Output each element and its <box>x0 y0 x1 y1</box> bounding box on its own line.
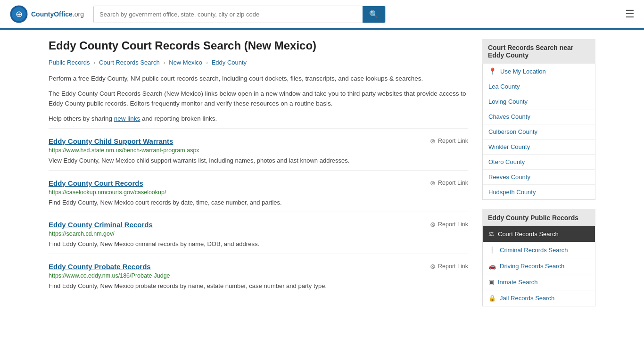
record-item: Eddy County Probate Records ⊗ Report Lin… <box>49 254 468 296</box>
intro-p1: Perform a free Eddy County, NM public co… <box>49 74 468 84</box>
list-item: Loving County <box>483 94 595 109</box>
breadcrumb-new-mexico[interactable]: New Mexico <box>169 59 202 66</box>
use-my-location-link[interactable]: 📍 Use My Location <box>483 64 595 79</box>
logo[interactable]: ⊕ CountyOffice.org <box>9 5 84 24</box>
report-icon: ⊗ <box>430 221 436 228</box>
search-input[interactable] <box>94 6 363 23</box>
list-item: Winkler County <box>483 140 595 155</box>
inmate-search-link[interactable]: ▣ Inmate Search <box>483 274 595 290</box>
record-desc: View Eddy County, New Mexico child suppo… <box>49 156 468 165</box>
sidebar: Court Records Search near Eddy County 📍 … <box>482 39 595 316</box>
record-url: https://search.cd.nm.gov/ <box>49 230 468 237</box>
driving-icon: 🚗 <box>488 263 496 270</box>
records-list: Eddy County Child Support Warrants ⊗ Rep… <box>49 128 468 295</box>
search-bar: 🔍 <box>93 6 386 23</box>
svg-text:⊕: ⊕ <box>16 9 23 19</box>
breadcrumb-court-records[interactable]: Court Records Search <box>99 59 160 66</box>
pub-rec-list: ⚖ Court Records Search ❕ Criminal Record… <box>482 226 595 306</box>
menu-button[interactable]: ☰ <box>625 8 635 20</box>
record-title[interactable]: Eddy County Probate Records <box>49 263 151 271</box>
list-item: ▣ Inmate Search <box>483 274 595 290</box>
logo-text: CountyOffice.org <box>31 10 84 18</box>
record-url: https://caselookup.nmcourts.gov/caselook… <box>49 189 468 196</box>
layout: Eddy County Court Records Search (New Me… <box>39 39 605 316</box>
hudspeth-county-link[interactable]: Hudspeth County <box>483 185 595 199</box>
criminal-records-search-link[interactable]: ❕ Criminal Records Search <box>483 242 595 258</box>
page-title: Eddy County Court Records Search (New Me… <box>49 39 468 52</box>
report-link[interactable]: ⊗ Report Link <box>430 179 468 187</box>
nearby-title: Court Records Search near Eddy County <box>482 39 595 64</box>
criminal-icon: ❕ <box>488 247 496 254</box>
record-desc: Find Eddy County, New Mexico criminal re… <box>49 239 468 249</box>
list-item: Chaves County <box>483 109 595 124</box>
court-records-search-link[interactable]: ⚖ Court Records Search <box>483 226 595 242</box>
record-desc: Find Eddy County, New Mexico court recor… <box>49 198 468 207</box>
report-link[interactable]: ⊗ Report Link <box>430 263 468 270</box>
breadcrumb-eddy-county[interactable]: Eddy County <box>212 59 247 66</box>
search-button[interactable]: 🔍 <box>363 6 385 23</box>
list-item: ❕ Criminal Records Search <box>483 242 595 258</box>
nearby-section: Court Records Search near Eddy County 📍 … <box>482 39 595 200</box>
report-link[interactable]: ⊗ Report Link <box>430 221 468 228</box>
report-link[interactable]: ⊗ Report Link <box>430 137 468 145</box>
inmate-icon: ▣ <box>488 279 494 286</box>
list-item: Otero County <box>483 155 595 170</box>
record-title[interactable]: Eddy County Court Records <box>49 179 143 187</box>
list-item: Lea County <box>483 79 595 94</box>
intro-p3: Help others by sharing new links and rep… <box>49 114 468 124</box>
driving-records-search-link[interactable]: 🚗 Driving Records Search <box>483 258 595 274</box>
breadcrumb: Public Records › Court Records Search › … <box>49 59 468 66</box>
record-item: Eddy County Child Support Warrants ⊗ Rep… <box>49 128 468 170</box>
list-item: 📍 Use My Location <box>483 64 595 79</box>
reeves-county-link[interactable]: Reeves County <box>483 170 595 184</box>
list-item: 🚗 Driving Records Search <box>483 258 595 274</box>
chaves-county-link[interactable]: Chaves County <box>483 109 595 124</box>
list-item: 🔒 Jail Records Search <box>483 290 595 306</box>
report-icon: ⊗ <box>430 137 436 145</box>
location-icon: 📍 <box>488 67 496 75</box>
record-item: Eddy County Criminal Records ⊗ Report Li… <box>49 212 468 254</box>
main-content: Eddy County Court Records Search (New Me… <box>49 39 468 316</box>
nearby-list: 📍 Use My Location Lea County Loving Coun… <box>482 64 595 200</box>
report-icon: ⊗ <box>430 263 436 270</box>
winkler-county-link[interactable]: Winkler County <box>483 140 595 154</box>
list-item: ⚖ Court Records Search <box>483 226 595 242</box>
culberson-county-link[interactable]: Culberson County <box>483 124 595 139</box>
court-icon: ⚖ <box>488 230 494 238</box>
jail-icon: 🔒 <box>488 295 496 302</box>
intro-section: Perform a free Eddy County, NM public co… <box>49 74 468 123</box>
record-title[interactable]: Eddy County Child Support Warrants <box>49 137 173 145</box>
record-item: Eddy County Court Records ⊗ Report Link … <box>49 170 468 212</box>
logo-icon: ⊕ <box>9 5 28 24</box>
lea-county-link[interactable]: Lea County <box>483 79 595 94</box>
header: ⊕ CountyOffice.org 🔍 ☰ <box>0 0 644 30</box>
list-item: Reeves County <box>483 170 595 185</box>
new-links-link[interactable]: new links <box>114 115 140 122</box>
intro-p2: The Eddy County Court Records Search (Ne… <box>49 89 468 109</box>
list-item: Culberson County <box>483 124 595 140</box>
otero-county-link[interactable]: Otero County <box>483 155 595 169</box>
record-title[interactable]: Eddy County Criminal Records <box>49 221 153 229</box>
record-desc: Find Eddy County, New Mexico probate rec… <box>49 281 468 291</box>
report-icon: ⊗ <box>430 179 436 187</box>
record-url: https://www.co.eddy.nm.us/186/Probate-Ju… <box>49 272 468 279</box>
record-url: https://www.hsd.state.nm.us/bench-warran… <box>49 147 468 154</box>
jail-records-search-link[interactable]: 🔒 Jail Records Search <box>483 290 595 306</box>
pub-rec-title: Eddy County Public Records <box>482 209 595 226</box>
pub-rec-section: Eddy County Public Records ⚖ Court Recor… <box>482 209 595 306</box>
loving-county-link[interactable]: Loving County <box>483 94 595 109</box>
list-item: Hudspeth County <box>483 185 595 199</box>
breadcrumb-public-records[interactable]: Public Records <box>49 59 90 66</box>
